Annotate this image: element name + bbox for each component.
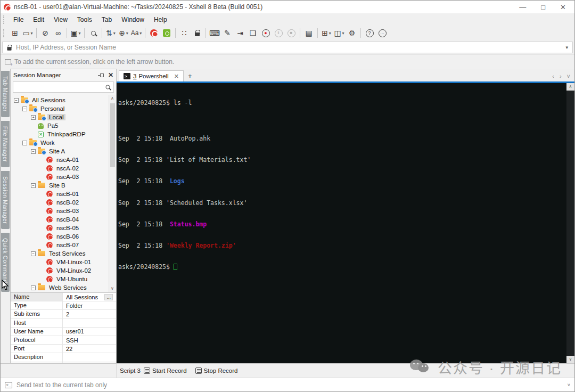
- tab-next-icon[interactable]: ›: [560, 73, 562, 79]
- tree-item-nscB-01[interactable]: nscB-01: [11, 190, 116, 198]
- fullscreen-icon[interactable]: ∷: [178, 27, 190, 39]
- send-to-icon[interactable]: ⇥: [234, 27, 246, 39]
- scroll-down-icon[interactable]: ∨: [109, 286, 116, 291]
- expander-icon[interactable]: −: [31, 149, 36, 154]
- keyboard-icon[interactable]: ⌨: [209, 27, 220, 39]
- tab-menu-icon[interactable]: ˅: [567, 73, 570, 79]
- start-record-button[interactable]: Start Record: [144, 368, 187, 374]
- more-button[interactable]: ...: [104, 294, 113, 300]
- tree-item-nscA-02[interactable]: nscA-02: [11, 164, 116, 173]
- panel-close-icon[interactable]: ✕: [108, 71, 113, 79]
- scroll-down-icon[interactable]: ∨: [566, 356, 574, 363]
- prop-row-description[interactable]: Description: [11, 353, 116, 362]
- tree-item-nscB-02[interactable]: nscB-02: [11, 198, 116, 207]
- pin-icon[interactable]: [100, 74, 104, 77]
- scroll-up-icon[interactable]: ∧: [566, 83, 574, 91]
- tree-item-all-sessions[interactable]: −All Sessions: [11, 96, 116, 104]
- tree-item-site-b[interactable]: −Site B: [11, 181, 116, 190]
- pause-record-icon[interactable]: ‖: [273, 27, 284, 39]
- prop-row-protocol[interactable]: ProtocolSSH: [11, 336, 116, 345]
- menu-tools[interactable]: Tools: [72, 15, 97, 24]
- quick-commands-icon[interactable]: ▤: [303, 27, 315, 39]
- expander-icon[interactable]: +: [31, 115, 36, 120]
- new-tab-button[interactable]: +: [188, 72, 192, 80]
- encoding-globe-icon[interactable]: ⊕▾: [118, 27, 129, 39]
- tree-item-nscA-03[interactable]: nscA-03: [11, 173, 116, 181]
- close-button[interactable]: ✕: [560, 3, 566, 11]
- tree-item-nscB-03[interactable]: nscB-03: [11, 207, 116, 215]
- chevron-down-icon[interactable]: ▾: [565, 45, 568, 50]
- sidetab-tab-manager[interactable]: Tab Manager: [1, 71, 10, 117]
- tree-item-vm-linux-02[interactable]: VM-Linux-02: [11, 266, 116, 275]
- tree-item-nscA-01[interactable]: nscA-01: [11, 156, 116, 164]
- send-text-bar[interactable]: >_ Send text to the current tab only ˅: [1, 378, 574, 391]
- new-tab-icon[interactable]: ⊞▾: [321, 27, 332, 39]
- tree-item-pa5[interactable]: Pa5: [11, 121, 116, 130]
- prop-row-host[interactable]: Host: [11, 319, 116, 328]
- prop-row-name[interactable]: Name All Sessions ...: [11, 293, 116, 301]
- expander-icon[interactable]: −: [31, 183, 36, 188]
- tree-item-thinkpadrdp[interactable]: ✕ThinkpadRDP: [11, 130, 116, 138]
- tree-item-nscB-05[interactable]: nscB-05: [11, 224, 116, 232]
- expander-icon[interactable]: −: [22, 141, 27, 145]
- menu-help[interactable]: Help: [149, 15, 172, 24]
- tree-item-site-a[interactable]: −Site A: [11, 147, 116, 156]
- script-label[interactable]: Script 3: [120, 368, 141, 374]
- record-icon[interactable]: ●: [260, 27, 272, 39]
- expander-icon[interactable]: −: [31, 251, 36, 256]
- tree-item-local[interactable]: +Local: [11, 113, 116, 121]
- session-search-input[interactable]: [13, 81, 114, 93]
- scroll-up-icon[interactable]: ∧: [109, 96, 116, 101]
- toolbar-grip[interactable]: [3, 15, 6, 24]
- host-input[interactable]: Host, IP Address, or Session Name ▾: [2, 42, 573, 53]
- lock-icon[interactable]: [191, 27, 203, 39]
- toolbar-grip2[interactable]: [3, 29, 6, 37]
- tree-item-partial[interactable]: [11, 292, 116, 292]
- scrollbar-thumb[interactable]: [110, 103, 115, 167]
- tab-prev-icon[interactable]: ‹: [552, 73, 554, 79]
- font-icon[interactable]: Aa▾: [130, 27, 142, 39]
- tree-item-nscB-06[interactable]: nscB-06: [11, 232, 116, 241]
- sidetab-file-manager[interactable]: File Manager: [1, 121, 10, 167]
- script-icon[interactable]: ❏: [247, 27, 259, 39]
- compose-icon[interactable]: ✎: [221, 27, 233, 39]
- open-sessions-icon[interactable]: ▭▾: [22, 27, 34, 39]
- minimize-button[interactable]: —: [519, 3, 526, 11]
- menu-view[interactable]: View: [49, 15, 72, 24]
- tree-item-work[interactable]: −Work: [11, 138, 116, 147]
- tree-item-nscB-04[interactable]: nscB-04: [11, 215, 116, 224]
- file-transfer-icon[interactable]: ⇅▾: [105, 27, 117, 39]
- prop-row-subitems[interactable]: Sub items2: [11, 310, 116, 318]
- tree-item-vm-linux-01[interactable]: VM-Linux-01: [11, 258, 116, 266]
- xftp-icon[interactable]: [161, 27, 172, 39]
- stop-record-button[interactable]: Stop Record: [195, 368, 238, 374]
- help-icon[interactable]: ?: [364, 27, 375, 39]
- tab-layout-icon[interactable]: ◫▾: [333, 27, 345, 39]
- disconnect-icon[interactable]: ⊘: [39, 27, 51, 39]
- menu-file[interactable]: File: [9, 15, 28, 24]
- prop-row-type[interactable]: TypeFolder: [11, 301, 116, 310]
- chevron-down-icon[interactable]: ˅: [568, 382, 570, 388]
- xshell-icon[interactable]: [148, 27, 160, 39]
- menu-tab[interactable]: Tab: [97, 15, 117, 24]
- terminal-screen[interactable]: asks/20240825$ ls -l Sep 2 15:18 AutoPop…: [117, 83, 574, 363]
- expander-icon[interactable]: −: [22, 107, 27, 111]
- session-properties-icon[interactable]: ▣▾: [70, 27, 81, 39]
- menu-edit[interactable]: Edit: [28, 15, 49, 24]
- tree-item-vm-ubuntu[interactable]: VM-Ubuntu: [11, 275, 116, 283]
- prop-row-username[interactable]: User Nameuser01: [11, 328, 116, 336]
- tree-item-test-services[interactable]: −Test Services: [11, 249, 116, 258]
- tree-item-personal[interactable]: −Personal: [11, 104, 116, 113]
- tab-powershell[interactable]: > 3 Powershell ✕: [119, 70, 184, 81]
- find-icon[interactable]: [87, 27, 99, 39]
- stop-record-icon[interactable]: ■: [285, 27, 297, 39]
- new-session-icon[interactable]: ⊞: [9, 27, 21, 39]
- tree-item-web-services[interactable]: −Web Services: [11, 283, 116, 292]
- expander-icon[interactable]: −: [31, 285, 36, 290]
- prop-row-port[interactable]: Port22: [11, 345, 116, 353]
- tab-close-icon[interactable]: ✕: [174, 73, 179, 80]
- sidetab-session-manager[interactable]: Session Manager: [1, 171, 10, 229]
- reconnect-icon[interactable]: ∞: [52, 27, 64, 39]
- about-icon[interactable]: …: [376, 27, 388, 39]
- terminal-scrollbar[interactable]: ∧ ∨: [566, 83, 574, 363]
